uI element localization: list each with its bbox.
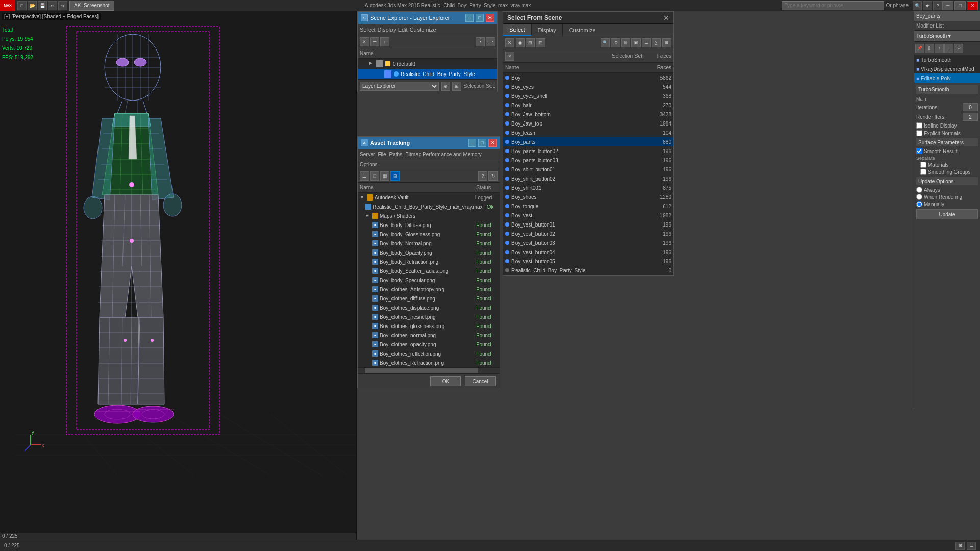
asset-tb-1[interactable]: ☰ (360, 171, 369, 181)
obj-row-2[interactable]: Boy_eyes_shell 368 (503, 91, 673, 101)
asset-tb-3[interactable]: ▦ (380, 171, 389, 181)
smoothing-groups-check[interactable] (920, 169, 926, 175)
asset-close[interactable]: ✕ (488, 139, 497, 147)
asset-minimize[interactable]: ─ (468, 139, 476, 147)
asset-menu-bitmap[interactable]: Bitmap Performance and Memory (405, 152, 482, 157)
asset-row-maps[interactable]: ▼ Maps / Shaders (358, 211, 500, 220)
obj-row-18[interactable]: Boy_vest_button03 196 (503, 238, 673, 247)
asset-menu-file[interactable]: File (378, 152, 386, 157)
mod-icon-down[interactable]: ↓ (944, 44, 953, 53)
asset-row-max[interactable]: Realistic_Child_Boy_Party_Style_max_vray… (358, 202, 500, 211)
minimize-btn[interactable]: ─ (942, 1, 953, 10)
scene-tool-filter[interactable]: ☰ (370, 37, 379, 46)
viewport-3d[interactable]: [+] [Perspective] [Shaded + Edged Faces]… (0, 11, 357, 551)
asset-row-7[interactable]: ■ Boy_body_Refraction.png Found (358, 257, 500, 266)
asset-row-vault[interactable]: ▼ Autodesk Vault Logged (358, 193, 500, 202)
asset-row-17[interactable]: ■ Boy_clothes_reflection.png Found (358, 349, 500, 358)
ss-tool-11[interactable]: ▦ (662, 38, 671, 47)
tab-display[interactable]: Display (532, 24, 563, 36)
obj-row-14[interactable]: Boy_tongue 612 (503, 202, 673, 211)
obj-row-16[interactable]: Boy_vest_button01 196 (503, 220, 673, 229)
asset-row-3[interactable]: ■ Boy_body_Diffuse.png Found (358, 220, 500, 230)
save-btn[interactable]: 💾 (38, 1, 47, 10)
asset-scrollbar-thumb[interactable] (365, 368, 478, 373)
tab-customize[interactable]: Customize (563, 24, 602, 36)
ss-tool-9[interactable]: ☰ (642, 38, 651, 47)
asset-row-16[interactable]: ■ Boy_clothes_opacity.png Found (358, 340, 500, 349)
asset-row-18[interactable]: ■ Boy_clothes_Refraction.png Found (358, 358, 500, 367)
ss2-close-btn[interactable]: ✕ (505, 52, 514, 61)
obj-row-0[interactable]: Boy 5862 (503, 73, 673, 82)
asset-scrollbar[interactable] (358, 367, 500, 373)
object-name-field[interactable]: Boy_pants (914, 11, 980, 21)
obj-row-3[interactable]: Boy_hair 270 (503, 101, 673, 110)
mod-item-editable-poly[interactable]: ■ Editable Poly (914, 73, 980, 83)
scene-explorer-close[interactable]: ✕ (486, 14, 494, 22)
maximize-btn[interactable]: □ (954, 1, 966, 10)
new-btn[interactable]: □ (17, 1, 27, 10)
asset-row-13[interactable]: ■ Boy_clothes_fresnel.png Found (358, 312, 500, 321)
scene-menu-edit[interactable]: Edit (398, 27, 408, 33)
obj-row-12[interactable]: Boy_shirt001 875 (503, 183, 673, 192)
asset-ok-btn[interactable]: OK (430, 376, 461, 386)
layer-row-default[interactable]: 0 (default) (358, 59, 497, 69)
obj-row-21[interactable]: Realistic_Child_Boy_Party_Style 0 (503, 266, 673, 275)
asset-row-9[interactable]: ■ Boy_body_Specular.png Found (358, 276, 500, 285)
status-icon-2[interactable]: ☰ (967, 542, 976, 550)
asset-row-12[interactable]: ■ Boy_clothes_displace.png Found (358, 303, 500, 312)
obj-row-8[interactable]: Boy_pants_button02 196 (503, 146, 673, 156)
asset-menu-server[interactable]: Server (360, 152, 375, 157)
mod-icon-config[interactable]: ⚙ (954, 44, 963, 53)
ss-tool-8[interactable]: ▣ (631, 38, 641, 47)
scene-tool-icon1[interactable]: ⋮ (476, 37, 485, 46)
asset-row-15[interactable]: ■ Boy_clothes_normal.png Found (358, 331, 500, 340)
obj-row-13[interactable]: Boy_shoes 1280 (503, 192, 673, 202)
obj-row-6[interactable]: Boy_leash 104 (503, 128, 673, 137)
obj-row-9[interactable]: Boy_pants_button03 196 (503, 156, 673, 165)
mod-item-turbosmoothcheck[interactable]: ■ TurboSmooth (914, 55, 980, 64)
close-btn[interactable]: ✕ (967, 1, 978, 10)
mod-icon-trash[interactable]: 🗑 (925, 44, 934, 53)
obj-row-7[interactable]: Boy_pants 880 (503, 137, 673, 146)
obj-row-4[interactable]: Boy_Jaw_bottom 3428 (503, 110, 673, 119)
always-radio[interactable] (916, 187, 922, 193)
obj-row-20[interactable]: Boy_vest_button05 196 (503, 257, 673, 266)
asset-menu-options[interactable]: Options (360, 162, 377, 167)
asset-tb-refresh[interactable]: ↻ (488, 171, 498, 181)
obj-row-15[interactable]: Boy_vest 1982 (503, 211, 673, 220)
manually-radio[interactable] (916, 201, 922, 207)
modifier-dropdown[interactable]: TurboSmooth▼ (914, 31, 980, 42)
asset-tb-4[interactable]: ⊞ (390, 171, 400, 181)
ss-tool-7[interactable]: ▤ (621, 38, 630, 47)
help-icon[interactable]: ? (933, 1, 942, 10)
explicit-normals-check[interactable] (916, 130, 922, 136)
asset-maximize[interactable]: □ (478, 139, 486, 147)
asset-row-14[interactable]: ■ Boy_clothes_glossiness.png Found (358, 321, 500, 331)
scene-tool-sort[interactable]: ↕ (380, 37, 389, 46)
redo-btn[interactable]: ↪ (58, 1, 67, 10)
tab-select[interactable]: Select (503, 24, 532, 36)
asset-tb-help[interactable]: ? (478, 171, 487, 181)
scene-explorer-minimize[interactable]: ─ (465, 14, 474, 22)
render-iters-input[interactable] (963, 113, 978, 121)
scene-menu-customize[interactable]: Customize (410, 27, 436, 33)
obj-row-5[interactable]: Boy_Jaw_top 1984 (503, 119, 673, 128)
scene-explorer-maximize[interactable]: □ (476, 14, 484, 22)
asset-row-8[interactable]: ■ Boy_body_Scatter_radius.png Found (358, 266, 500, 276)
scene-tool-icon2[interactable]: ⋯ (486, 37, 495, 46)
asset-cancel-btn[interactable]: Cancel (465, 376, 496, 386)
mod-icon-up[interactable]: ↑ (935, 44, 944, 53)
obj-row-10[interactable]: Boy_shirt_button01 196 (503, 165, 673, 174)
ss-tool-3[interactable]: ⊞ (526, 38, 535, 47)
footer-btn-1[interactable]: ⊕ (441, 82, 450, 91)
asset-row-10[interactable]: ■ Boy_clothes_Anisotropy.png Found (358, 285, 500, 294)
asset-row-4[interactable]: ■ Boy_body_Glossiness.png Found (358, 230, 500, 239)
ss-tool-6[interactable]: ⚙ (611, 38, 620, 47)
layer-row-realistic[interactable]: Realistic_Child_Boy_Party_Style (358, 69, 497, 79)
isoline-check[interactable] (916, 122, 922, 129)
ss-tool-4[interactable]: ⊟ (536, 38, 545, 47)
ss-tool-1[interactable]: ✕ (505, 38, 514, 47)
obj-row-19[interactable]: Boy_vest_button04 196 (503, 247, 673, 257)
search-icon[interactable]: 🔍 (913, 1, 922, 10)
scene-menu-select[interactable]: Select (360, 27, 376, 33)
